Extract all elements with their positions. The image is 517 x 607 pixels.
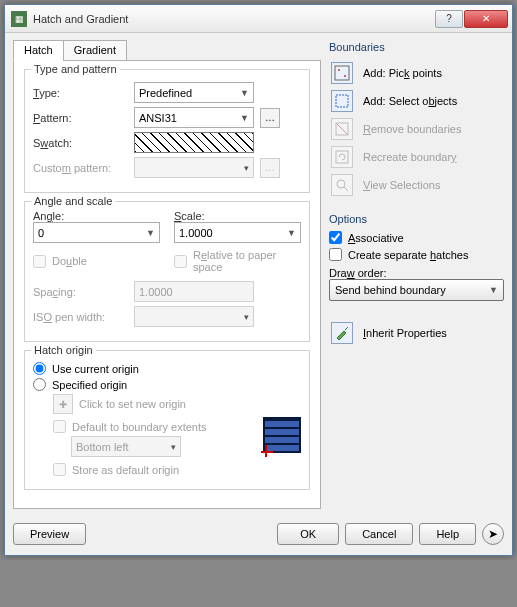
chevron-down-icon: ▾ [171, 442, 176, 452]
add-select-objects-button[interactable]: Add: Select objects [329, 87, 504, 115]
window-title: Hatch and Gradient [33, 13, 435, 25]
pattern-select[interactable]: ANSI31▼ [134, 107, 254, 128]
section-options-title: Options [329, 213, 504, 225]
double-checkbox [33, 255, 46, 268]
label-relative: Relative to paper space [193, 249, 301, 273]
tab-hatch[interactable]: Hatch [13, 40, 64, 61]
view-selections-icon [331, 174, 353, 196]
svg-line-9 [345, 327, 348, 330]
label-double: Double [52, 255, 87, 267]
tab-pane-hatch: Type and pattern Type: Predefined▼ Patte… [13, 60, 321, 509]
radio-use-current-origin[interactable]: Use current origin [33, 362, 301, 375]
origin-preview-icon [263, 417, 301, 453]
custom-pattern-select: ▾ [134, 157, 254, 178]
svg-point-1 [338, 69, 340, 71]
svg-point-7 [337, 180, 345, 188]
label-angle: Angle: [33, 210, 160, 222]
label-swatch: Swatch: [33, 137, 128, 149]
radio-specified-origin[interactable]: Specified origin [33, 378, 301, 391]
chevron-down-icon: ▼ [240, 88, 249, 98]
dialog-button-row: Preview OK Cancel Help ➤ [5, 517, 512, 555]
select-objects-icon [331, 90, 353, 112]
group-title-type-pattern: Type and pattern [31, 63, 120, 75]
label-iso-pen-width: ISO pen width: [33, 311, 128, 323]
group-hatch-origin: Hatch origin Use current origin Specifie… [24, 350, 310, 490]
chevron-down-icon: ▼ [240, 113, 249, 123]
recreate-boundary-button: Recreate boundary [329, 143, 504, 171]
app-icon: ▦ [11, 11, 27, 27]
svg-rect-6 [336, 151, 348, 163]
pattern-browse-button[interactable]: … [260, 108, 280, 128]
inherit-properties-button[interactable]: Inherit Properties [329, 319, 504, 347]
label-default-extents: Default to boundary extents [72, 421, 207, 433]
label-pattern: Pattern: [33, 112, 128, 124]
group-angle-scale: Angle and scale Angle: 0▼ Scale: 1.0000▼… [24, 201, 310, 342]
origin-corner-select: Bottom left▾ [71, 436, 181, 457]
chevron-down-icon: ▾ [244, 163, 249, 173]
chevron-down-icon: ▼ [146, 228, 155, 238]
tab-gradient[interactable]: Gradient [63, 40, 127, 61]
recreate-boundary-icon [331, 146, 353, 168]
titlebar[interactable]: ▦ Hatch and Gradient ? ✕ [5, 5, 512, 33]
view-selections-button: View Selections [329, 171, 504, 199]
group-type-pattern: Type and pattern Type: Predefined▼ Patte… [24, 69, 310, 193]
store-default-origin-checkbox [53, 463, 66, 476]
chevron-down-icon: ▼ [489, 285, 498, 295]
scale-select[interactable]: 1.0000▼ [174, 222, 301, 243]
swatch-preview[interactable] [134, 132, 254, 153]
relative-checkbox [174, 255, 187, 268]
svg-rect-3 [336, 95, 348, 107]
label-spacing: Spacing: [33, 286, 128, 298]
type-select[interactable]: Predefined▼ [134, 82, 254, 103]
label-store-default: Store as default origin [72, 464, 179, 476]
pick-points-icon [331, 62, 353, 84]
label-type: Type: [33, 87, 128, 99]
label-click-new-origin: Click to set new origin [79, 398, 186, 410]
svg-line-8 [344, 187, 348, 191]
label-scale: Scale: [174, 210, 301, 222]
associative-checkbox [329, 231, 342, 244]
associative-checkbox-row[interactable]: Associative [329, 231, 504, 244]
chevron-down-icon: ▼ [287, 228, 296, 238]
tab-strip: Hatch Gradient [13, 40, 321, 61]
group-title-angle-scale: Angle and scale [31, 195, 115, 207]
default-extents-checkbox [53, 420, 66, 433]
iso-pen-select: ▾ [134, 306, 254, 327]
close-button[interactable]: ✕ [464, 10, 508, 28]
ok-button[interactable]: OK [277, 523, 339, 545]
custom-pattern-browse-button: … [260, 158, 280, 178]
expand-dialog-button[interactable]: ➤ [482, 523, 504, 545]
help-button-titlebar[interactable]: ? [435, 10, 463, 28]
svg-line-5 [337, 124, 347, 134]
label-custom-pattern: Custom pattern: [33, 162, 128, 174]
remove-boundaries-button: Remove boundaries [329, 115, 504, 143]
svg-rect-0 [335, 66, 349, 80]
separate-hatches-checkbox [329, 248, 342, 261]
chevron-down-icon: ▾ [244, 312, 249, 322]
spacing-field [134, 281, 254, 302]
remove-boundaries-icon [331, 118, 353, 140]
cancel-button[interactable]: Cancel [345, 523, 413, 545]
add-pick-points-button[interactable]: Add: Pick points [329, 59, 504, 87]
svg-point-2 [344, 75, 346, 77]
inherit-properties-icon [331, 322, 353, 344]
group-title-hatch-origin: Hatch origin [31, 344, 96, 356]
label-draw-order: Draw order: [329, 267, 504, 279]
preview-button[interactable]: Preview [13, 523, 86, 545]
help-button[interactable]: Help [419, 523, 476, 545]
draw-order-select[interactable]: Send behind boundary▼ [329, 279, 504, 301]
set-new-origin-button: ✚ [53, 394, 73, 414]
separate-hatches-checkbox-row[interactable]: Create separate hatches [329, 248, 504, 261]
angle-select[interactable]: 0▼ [33, 222, 160, 243]
dialog-window: ▦ Hatch and Gradient ? ✕ Hatch Gradient … [4, 4, 513, 556]
section-boundaries-title: Boundaries [329, 41, 504, 53]
